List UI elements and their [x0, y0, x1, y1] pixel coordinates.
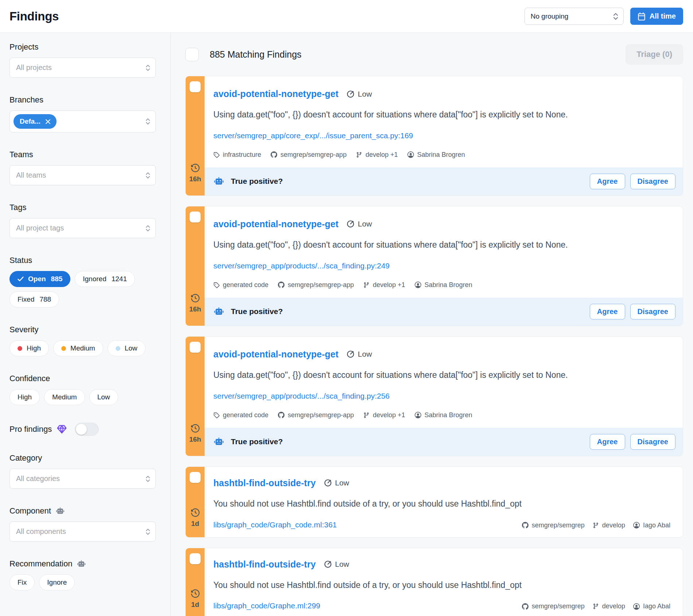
- recommendation-filter-ignore[interactable]: Ignore: [39, 574, 75, 590]
- severity-filter-medium[interactable]: Medium: [53, 340, 103, 356]
- category-select[interactable]: All categories: [9, 469, 156, 489]
- git-branch-icon: [356, 152, 362, 158]
- severity-color-bar: 16h: [186, 337, 205, 456]
- assistant-prompt-bar: True positive? Agree Disagree: [205, 167, 683, 195]
- finding-card: 16h avoid-potential-nonetype-get Low Usi…: [185, 206, 683, 326]
- assistant-prompt-bar: True positive? Agree Disagree: [205, 428, 683, 456]
- history-icon: [191, 164, 200, 172]
- category-label: Category: [9, 453, 156, 463]
- branches-label: Branches: [9, 95, 156, 105]
- agree-button[interactable]: Agree: [590, 304, 625, 319]
- severity-color-bar: 1d: [186, 548, 205, 616]
- recommendation-label: Recommendation: [9, 559, 72, 569]
- pro-findings-toggle[interactable]: [75, 423, 99, 436]
- finding-author: Sabrina Brogren: [415, 411, 472, 419]
- finding-age: 16h: [189, 175, 201, 183]
- robot-icon: [213, 177, 224, 186]
- select-all-checkbox[interactable]: [185, 48, 199, 61]
- finding-repo[interactable]: semgrep/semgrep-app: [271, 151, 346, 159]
- finding-file-link[interactable]: server/semgrep_app/products/.../sca_find…: [213, 392, 390, 400]
- history-icon: [191, 589, 200, 598]
- grouping-select[interactable]: No grouping: [524, 8, 624, 25]
- disagree-button[interactable]: Disagree: [630, 174, 676, 189]
- git-branch-icon: [593, 522, 599, 528]
- confidence-filter-low[interactable]: Low: [89, 389, 118, 405]
- disagree-button[interactable]: Disagree: [630, 304, 676, 319]
- finding-repo[interactable]: semgrep/semgrep: [522, 522, 585, 529]
- high-severity-dot: [18, 346, 22, 351]
- agree-button[interactable]: Agree: [590, 174, 625, 189]
- finding-file-link[interactable]: libs/graph_code/Graph_code.ml:361: [213, 520, 337, 529]
- severity-filter-high[interactable]: High: [9, 340, 49, 356]
- findings-list: 885 Matching Findings Triage (0) 16h avo…: [171, 33, 693, 616]
- finding-branch: develop: [593, 603, 625, 610]
- finding-tag: generated code: [213, 411, 268, 419]
- chevron-up-down-icon: [146, 225, 150, 232]
- teams-select[interactable]: All teams: [9, 165, 156, 185]
- finding-checkbox[interactable]: [190, 212, 201, 222]
- time-range-button[interactable]: All time: [630, 8, 683, 25]
- finding-title-link[interactable]: avoid-potential-nonetype-get: [213, 219, 338, 229]
- gauge-icon: [346, 350, 355, 358]
- finding-title-link[interactable]: hashtbl-find-outside-try: [213, 478, 316, 488]
- git-branch-icon: [593, 603, 599, 609]
- person-icon: [407, 151, 414, 158]
- recommendation-filter-fix[interactable]: Fix: [9, 574, 35, 590]
- status-filter-fixed[interactable]: Fixed 788: [9, 291, 59, 307]
- finding-repo[interactable]: semgrep/semgrep-app: [278, 281, 354, 289]
- gauge-icon: [346, 220, 355, 228]
- confidence-filter-high[interactable]: High: [9, 389, 40, 405]
- github-icon: [522, 603, 529, 610]
- gauge-icon: [324, 560, 332, 568]
- github-icon: [522, 522, 529, 528]
- robot-icon: [55, 507, 65, 515]
- person-icon: [633, 603, 640, 610]
- finding-age: 1d: [191, 601, 199, 609]
- disagree-button[interactable]: Disagree: [630, 434, 676, 450]
- grouping-select-value: No grouping: [531, 12, 569, 20]
- component-select[interactable]: All components: [9, 522, 156, 542]
- finding-checkbox[interactable]: [190, 342, 201, 353]
- finding-tag: generated code: [213, 281, 268, 289]
- finding-repo[interactable]: semgrep/semgrep: [522, 603, 585, 610]
- finding-checkbox[interactable]: [190, 81, 201, 92]
- gauge-icon: [346, 90, 355, 98]
- finding-title-link[interactable]: avoid-potential-nonetype-get: [213, 89, 338, 99]
- component-label: Component: [9, 506, 51, 516]
- chevron-up-down-icon: [613, 12, 618, 20]
- finding-checkbox[interactable]: [190, 472, 201, 483]
- tags-select[interactable]: All project tags: [9, 218, 156, 238]
- history-icon: [191, 508, 200, 517]
- finding-file-link[interactable]: server/semgrep_app/products/.../sca_find…: [213, 261, 390, 270]
- matching-findings-count: 885 Matching Findings: [210, 49, 302, 60]
- finding-title-link[interactable]: hashtbl-find-outside-try: [213, 559, 316, 570]
- status-filter-ignored[interactable]: Ignored 1241: [75, 271, 135, 287]
- triage-button[interactable]: Triage (0): [626, 44, 683, 65]
- branches-select[interactable]: Defa...: [9, 111, 156, 132]
- status-label: Status: [9, 256, 156, 265]
- finding-tag: infrastructure: [213, 151, 261, 159]
- status-filter-open[interactable]: Open 885: [9, 271, 70, 287]
- true-positive-question: True positive?: [231, 177, 283, 186]
- diamond-icon: [57, 425, 67, 434]
- finding-repo[interactable]: semgrep/semgrep-app: [278, 411, 354, 419]
- git-branch-icon: [363, 412, 369, 418]
- low-severity-dot: [116, 346, 120, 351]
- chevron-up-down-icon: [146, 528, 150, 535]
- finding-file-link[interactable]: server/semgrep_app/core_exp/.../issue_pa…: [213, 131, 413, 140]
- finding-file-link[interactable]: libs/graph_code/Graphe.ml:299: [213, 601, 320, 610]
- agree-button[interactable]: Agree: [590, 434, 625, 450]
- finding-title-link[interactable]: avoid-potential-nonetype-get: [213, 349, 338, 360]
- severity-filter-low[interactable]: Low: [108, 340, 146, 356]
- severity-color-bar: 16h: [186, 76, 205, 195]
- confidence-filter-medium[interactable]: Medium: [44, 389, 85, 405]
- branch-chip[interactable]: Defa...: [13, 114, 57, 129]
- page-header: Findings No grouping All time: [0, 0, 693, 33]
- close-icon[interactable]: [45, 119, 51, 124]
- finding-checkbox[interactable]: [190, 553, 201, 564]
- robot-icon: [213, 437, 224, 446]
- projects-select[interactable]: All projects: [9, 58, 156, 78]
- projects-label: Projects: [9, 42, 156, 52]
- robot-icon: [213, 307, 224, 316]
- chevron-up-down-icon: [146, 172, 150, 179]
